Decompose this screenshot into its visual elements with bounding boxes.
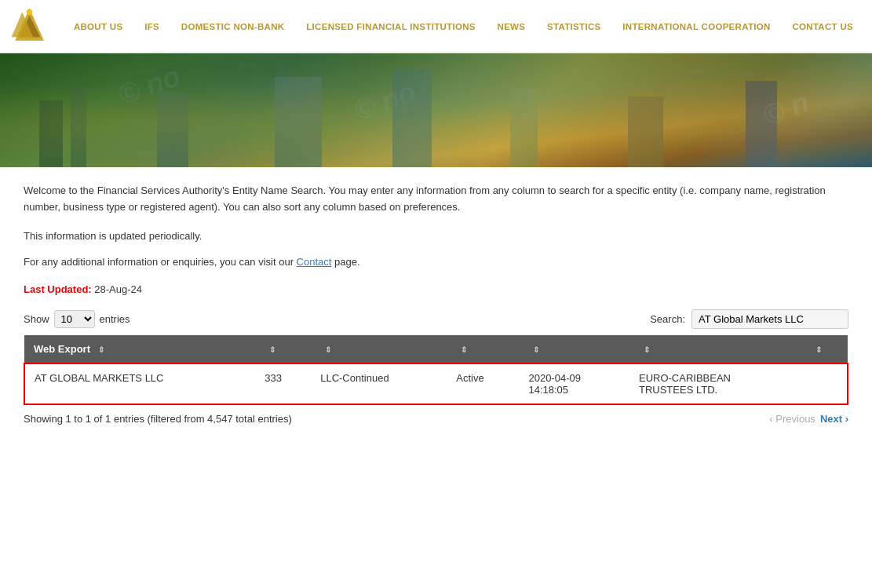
hero-banner: © no © no © n [0,53,872,167]
show-label: Show [24,313,49,325]
next-button[interactable]: Next › [820,413,848,425]
cell-agent: EURO-CARIBBEANTRUSTEES LTD. [629,363,801,404]
enquiry-prefix: For any additional information or enquir… [24,256,297,268]
col-6[interactable]: ⇕ [629,335,801,363]
enquiry-line: For any additional information or enquir… [24,256,848,268]
svg-rect-11 [628,97,663,167]
svg-rect-5 [39,100,63,167]
col-7[interactable]: ⇕ [801,335,848,363]
svg-rect-9 [392,69,432,167]
sort-icon-7[interactable]: ⇕ [815,345,822,354]
svg-rect-4 [0,53,872,167]
cell-status: Active [447,363,519,404]
col-5[interactable]: ⇕ [519,335,629,363]
col-web-export[interactable]: Web Export ⇕ [24,335,255,363]
sort-icon-4[interactable]: ⇕ [461,345,467,354]
nav-intl-coop[interactable]: INTERNATIONAL COOPERATION [618,19,775,35]
col-3[interactable]: ⇕ [311,335,447,363]
last-updated: Last Updated: 28-Aug-24 [24,283,848,295]
cell-reg-number: 333 [255,363,311,404]
enquiry-suffix: page. [331,256,359,268]
last-updated-label: Last Updated: [24,283,92,295]
nav-links: ABOUT US IFS DOMESTIC NON-BANK LICENSED … [63,20,864,32]
table-row: AT GLOBAL MARKETS LLC 333 LLC-Continued … [24,363,848,404]
showing-entries: Showing 1 to 1 of 1 entries (filtered fr… [24,413,292,425]
sort-icon-3[interactable]: ⇕ [325,345,331,354]
search-box: Search: [650,309,848,329]
main-content: Welcome to the Financial Services Author… [0,167,872,440]
search-input[interactable] [691,309,848,329]
table-controls: Show 10 25 50 100 entries Search: [24,309,848,329]
svg-rect-6 [71,85,86,167]
svg-rect-12 [746,81,777,167]
svg-rect-8 [275,77,322,167]
contact-link[interactable]: Contact [297,256,332,268]
cell-extra [801,363,848,404]
svg-point-3 [27,9,32,15]
cell-company-name: AT GLOBAL MARKETS LLC [24,363,255,404]
nav-licensed-fi[interactable]: LICENSED FINANCIAL INSTITUTIONS [301,19,480,35]
intro-paragraph: Welcome to the Financial Services Author… [24,183,848,216]
col-2[interactable]: ⇕ [255,335,311,363]
entries-select[interactable]: 10 25 50 100 [54,310,95,328]
show-entries-control: Show 10 25 50 100 entries [24,310,130,328]
svg-rect-10 [510,89,538,167]
cell-biz-type: LLC-Continued [311,363,447,404]
table-header-row: Web Export ⇕ ⇕ ⇕ ⇕ ⇕ ⇕ [24,335,848,363]
last-updated-value: 28-Aug-24 [92,283,142,295]
pagination: ‹ Previous Next › [769,413,848,425]
nav-ifs[interactable]: IFS [140,19,164,35]
prev-button[interactable]: ‹ Previous [769,413,815,425]
sort-icon-2[interactable]: ⇕ [269,345,275,354]
nav-statistics[interactable]: STATISTICS [542,19,605,35]
cell-date: 2020-04-0914:18:05 [519,363,629,404]
col-4[interactable]: ⇕ [447,335,519,363]
sort-icon-5[interactable]: ⇕ [533,345,539,354]
nav-news[interactable]: NEWS [493,19,531,35]
nav-domestic-non-bank[interactable]: DOMESTIC NON-BANK [177,19,290,35]
nav-about-us[interactable]: ABOUT US [69,19,127,35]
sort-icon-1[interactable]: ⇕ [98,345,104,354]
updated-notice: This information is updated periodically… [24,230,848,242]
entries-label: entries [100,313,130,325]
svg-rect-7 [157,93,188,167]
search-label: Search: [650,313,685,325]
sort-icon-6[interactable]: ⇕ [644,345,650,354]
navigation: ABOUT US IFS DOMESTIC NON-BANK LICENSED … [0,0,872,53]
logo[interactable] [8,5,55,48]
table-footer: Showing 1 to 1 of 1 entries (filtered fr… [24,413,848,425]
entity-table: Web Export ⇕ ⇕ ⇕ ⇕ ⇕ ⇕ [24,335,848,405]
nav-contact-us[interactable]: CONTACT US [787,19,858,35]
